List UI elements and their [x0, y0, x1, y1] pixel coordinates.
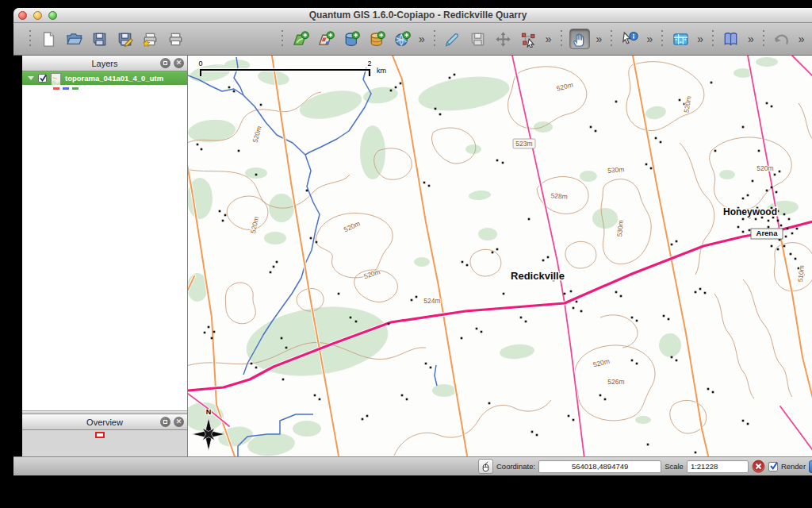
- layers-panel-header[interactable]: Layers ✕: [22, 56, 187, 71]
- node-tool-icon: [520, 31, 537, 48]
- scale-input[interactable]: [687, 460, 749, 473]
- overview-panel-header[interactable]: Overview ✕: [22, 414, 187, 430]
- overview-close-button[interactable]: ✕: [174, 417, 184, 427]
- toolbar-overflow-chevron[interactable]: »: [546, 33, 552, 45]
- toggle-extents-mouse-button[interactable]: [478, 459, 493, 474]
- svg-text:530m: 530m: [615, 220, 625, 237]
- move-feature-icon: [495, 31, 511, 48]
- svg-text:Honeywood: Honeywood: [723, 206, 777, 217]
- render-checkbox[interactable]: [768, 462, 778, 471]
- render-label: Render: [781, 462, 806, 471]
- toolbar-overflow-chevron[interactable]: »: [419, 33, 425, 45]
- minimize-window-button[interactable]: [33, 11, 42, 20]
- overview-extent-rect[interactable]: [95, 432, 105, 438]
- layer-label: toporama_041a01_4_0_utm: [65, 74, 163, 83]
- bookmark-icon: [722, 31, 739, 48]
- node-tool-button[interactable]: [519, 29, 539, 49]
- qgis-window: Quantum GIS 1.6.0-Copiapo - Redickville …: [13, 8, 812, 475]
- add-spatialite-layer-button[interactable]: [366, 29, 387, 49]
- window-title: Quantum GIS 1.6.0-Copiapo - Redickville …: [13, 8, 812, 22]
- new-project-button[interactable]: [38, 29, 59, 49]
- layer-tree[interactable]: toporama_041a01_4_0_utm: [22, 71, 187, 410]
- svg-text:0: 0: [198, 60, 202, 67]
- print-button[interactable]: [165, 29, 186, 49]
- band-chip: [53, 87, 59, 90]
- map-canvas[interactable]: 520m520m520m520m524m520m523m528m530m530m…: [187, 56, 812, 456]
- toolbar-handle[interactable]: [432, 29, 437, 49]
- save-edits-button[interactable]: [468, 29, 488, 49]
- toolbar-overflow-chevron[interactable]: »: [596, 33, 603, 45]
- open-attribute-table-button[interactable]: [670, 29, 691, 49]
- toolbar-overflow-chevron[interactable]: »: [646, 33, 653, 45]
- bookmark-button[interactable]: [721, 29, 741, 49]
- toolbar-overflow-chevron[interactable]: »: [748, 33, 754, 45]
- toggle-editing-icon: [444, 31, 461, 48]
- layer-visibility-checkbox[interactable]: [38, 74, 47, 83]
- new-project-icon: [40, 31, 57, 48]
- identify-features-button[interactable]: [619, 29, 640, 49]
- toolbar-handle[interactable]: [28, 29, 33, 49]
- toolbar-handle[interactable]: [660, 29, 665, 49]
- save-project-icon: [91, 31, 108, 48]
- new-print-composer-icon: [142, 31, 159, 48]
- svg-text:520m: 520m: [756, 164, 773, 172]
- overview-panel-title: Overview: [86, 418, 123, 427]
- add-postgis-layer-button[interactable]: [341, 29, 362, 49]
- raster-band-chips: [22, 85, 187, 90]
- toolbar-overflow-chevron[interactable]: »: [799, 33, 805, 45]
- svg-text:Redickville: Redickville: [511, 270, 565, 282]
- add-vector-layer-button[interactable]: [290, 29, 311, 49]
- toolbar-handle[interactable]: [609, 29, 614, 49]
- toolbar-handle[interactable]: [559, 29, 564, 49]
- svg-text:530m: 530m: [607, 165, 625, 175]
- undo-icon: [773, 31, 790, 48]
- toolbar-overflow-chevron[interactable]: »: [697, 33, 703, 45]
- close-window-button[interactable]: [18, 11, 27, 20]
- zoom-window-button[interactable]: [48, 11, 57, 20]
- open-project-icon: [66, 31, 82, 48]
- map-svg[interactable]: 520m520m520m520m524m520m523m528m530m530m…: [188, 56, 812, 456]
- band-chip: [72, 87, 79, 90]
- toolbar-handle[interactable]: [280, 29, 285, 49]
- identify-features-icon: [622, 31, 638, 48]
- add-raster-layer-button[interactable]: [316, 29, 336, 49]
- add-wms-layer-button[interactable]: [392, 29, 412, 49]
- layers-close-button[interactable]: ✕: [174, 58, 184, 68]
- overview-map[interactable]: [22, 430, 187, 456]
- open-project-button[interactable]: [63, 29, 84, 49]
- toolbar-handle[interactable]: [710, 29, 715, 49]
- stop-render-button[interactable]: [752, 460, 765, 473]
- overview-detach-button[interactable]: [160, 417, 170, 427]
- layer-disclosure-triangle-icon[interactable]: [28, 76, 34, 80]
- projection-icon-clipped[interactable]: [809, 460, 812, 473]
- svg-text:524m: 524m: [423, 297, 440, 305]
- svg-text:Arena: Arena: [756, 229, 779, 237]
- save-project-as-button[interactable]: [114, 29, 135, 49]
- sidebar: Layers ✕ toporama: [22, 56, 187, 456]
- new-print-composer-button[interactable]: [140, 29, 160, 49]
- scale-label: Scale: [665, 462, 684, 471]
- svg-text:2: 2: [367, 60, 371, 67]
- add-wms-layer-icon: [394, 31, 411, 48]
- band-chip: [63, 87, 69, 90]
- move-feature-button[interactable]: [493, 29, 514, 49]
- close-icon: ✕: [176, 60, 182, 67]
- add-spatialite-layer-icon: [369, 31, 385, 48]
- svg-text:526m: 526m: [607, 378, 624, 386]
- svg-text:510m: 510m: [796, 265, 806, 283]
- pan-map-button[interactable]: [569, 29, 590, 49]
- layers-panel-title: Layers: [91, 59, 117, 68]
- svg-text:km: km: [377, 67, 386, 75]
- detach-icon: [163, 61, 167, 65]
- layer-row-toporama[interactable]: toporama_041a01_4_0_utm: [22, 71, 187, 85]
- save-project-button[interactable]: [89, 29, 109, 49]
- close-icon: ✕: [176, 418, 182, 425]
- statusbar: Coordinate: Scale Render: [13, 456, 812, 475]
- undo-button[interactable]: [772, 29, 792, 49]
- window-titlebar[interactable]: Quantum GIS 1.6.0-Copiapo - Redickville …: [13, 8, 812, 23]
- coordinate-input[interactable]: [538, 460, 661, 473]
- layers-detach-button[interactable]: [160, 58, 170, 68]
- toggle-editing-button[interactable]: [442, 29, 463, 49]
- toolbar-handle[interactable]: [761, 29, 766, 49]
- add-postgis-layer-icon: [343, 31, 360, 48]
